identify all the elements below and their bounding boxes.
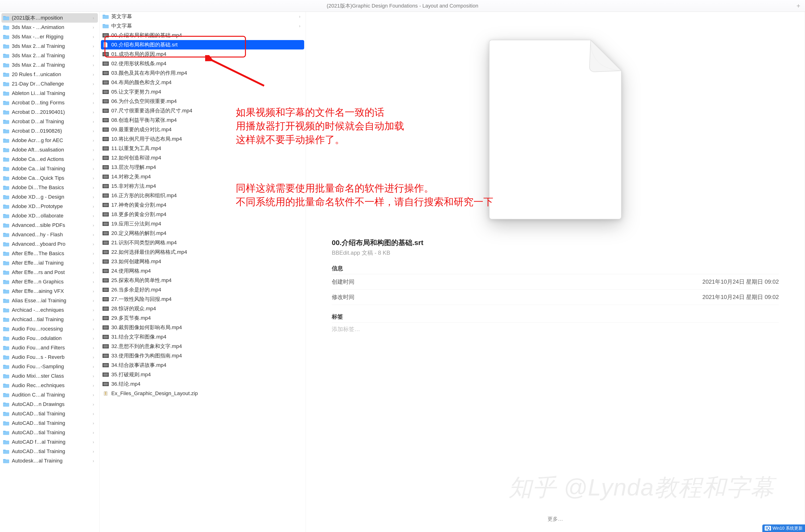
sidebar-folder-item[interactable]: Acrobat D…al Training› bbox=[0, 117, 99, 126]
file-item[interactable]: 03.颜色及其在布局中的作用.mp4 bbox=[99, 68, 306, 78]
file-label: 22.如何选择最佳的网格格式.mp4 bbox=[111, 249, 303, 255]
sidebar-folder-item[interactable]: (2021版本…mposition› bbox=[1, 13, 98, 23]
folder-column-2[interactable]: 英文字幕›中文字幕›00.介绍布局和构图的基础.mp400.介绍布局和构图的基础… bbox=[99, 12, 306, 532]
sidebar-folder-item[interactable]: Acrobat D…0190826)› bbox=[0, 126, 99, 136]
file-item[interactable]: 05.让文字更努力.mp4 bbox=[99, 87, 306, 97]
file-item[interactable]: 15.非对称方法.mp4 bbox=[99, 182, 306, 191]
file-item[interactable]: 18.更多的黄金分割.mp4 bbox=[99, 210, 306, 219]
sidebar-folder-item[interactable]: 3ds Max 2…al Training› bbox=[0, 60, 99, 70]
sidebar-folder-item[interactable]: 3ds Max -…er Rigging› bbox=[0, 32, 99, 41]
file-item[interactable]: 21.识别不同类型的网格.mp4 bbox=[99, 238, 306, 247]
sidebar-folder-item[interactable]: Ableton Li…ial Training› bbox=[0, 89, 99, 98]
sidebar-folder-item[interactable]: Adobe Acr…g for AEC› bbox=[0, 136, 99, 145]
file-item[interactable]: 35.打破规则.mp4 bbox=[99, 370, 306, 379]
sidebar-folder-item[interactable]: Audio Fou…s - Reverb› bbox=[0, 353, 99, 362]
sidebar-folder-item[interactable]: Adobe Ca…Quick Tips› bbox=[0, 173, 99, 183]
sidebar-folder-item[interactable]: Audio Mixi…ster Class› bbox=[0, 371, 99, 381]
sidebar-folder-item[interactable]: Adobe Ca…ed Actions› bbox=[0, 155, 99, 164]
sidebar-folder-item[interactable]: AutoCAD…tial Training› bbox=[0, 428, 99, 437]
file-item[interactable]: 36.结论.mp4 bbox=[99, 379, 306, 389]
file-item[interactable]: 07.尺寸很重要选择合适的尺寸.mp4 bbox=[99, 106, 306, 115]
sidebar-folder-item[interactable]: 20 Rules f…unication› bbox=[0, 70, 99, 79]
subfolder-item[interactable]: 英文字幕› bbox=[99, 12, 306, 21]
sidebar-folder-item[interactable]: Adobe Di…The Basics› bbox=[0, 183, 99, 192]
more-button[interactable]: 更多… bbox=[325, 513, 786, 532]
file-label: 16.正方形的比例和组织.mp4 bbox=[111, 192, 303, 199]
file-item[interactable]: Ex_Files_Graphic_Design_Layout.zip bbox=[99, 389, 306, 398]
file-item[interactable]: 26.当多余是好的.mp4 bbox=[99, 285, 306, 294]
sidebar-folder-item[interactable]: 21-Day Dr…Challenge› bbox=[0, 79, 99, 89]
file-item[interactable]: 28.惊讶的观众.mp4 bbox=[99, 304, 306, 314]
file-item[interactable]: 32.意想不到的意象和文字.mp4 bbox=[99, 342, 306, 351]
tags-add-field[interactable]: 添加标签… bbox=[332, 323, 779, 333]
sidebar-folder-item[interactable]: Alias Esse…ial Training› bbox=[0, 296, 99, 305]
sidebar-folder-item[interactable]: Archicad…tial Training› bbox=[0, 315, 99, 324]
sidebar-folder-item[interactable]: 3ds Max 2…al Training› bbox=[0, 51, 99, 60]
sidebar-folder-item[interactable]: 3ds Max - …Animation› bbox=[0, 23, 99, 32]
new-tab-button[interactable]: + bbox=[794, 2, 803, 10]
file-item[interactable]: 01.成功布局的原因.mp4 bbox=[99, 50, 306, 59]
sidebar-folder-item[interactable]: Adobe Ca…ial Training› bbox=[0, 164, 99, 173]
file-item[interactable]: 10.将比例尺用于动态布局.mp4 bbox=[99, 134, 306, 144]
titlebar: (2021版本)Graphic Design Foundations - Lay… bbox=[0, 0, 805, 12]
file-item[interactable]: 25.探索布局的简单性.mp4 bbox=[99, 276, 306, 285]
subfolder-item[interactable]: 中文字幕› bbox=[99, 21, 306, 31]
file-item[interactable]: 14.对称之美.mp4 bbox=[99, 172, 306, 182]
file-item[interactable]: 20.定义网格的解剖.mp4 bbox=[99, 229, 306, 238]
sidebar-folder-item[interactable]: After Effe…n Graphics› bbox=[0, 277, 99, 286]
sidebar-folder-item[interactable]: AutoCAD…tial Training› bbox=[0, 409, 99, 418]
file-item[interactable]: 11.以重复为工具.mp4 bbox=[99, 144, 306, 153]
file-item[interactable]: 31.结合文字和图像.mp4 bbox=[99, 332, 306, 342]
sidebar-folder-item[interactable]: After Effe…aining VFX› bbox=[0, 286, 99, 296]
file-item[interactable]: 30.裁剪图像如何影响布局.mp4 bbox=[99, 323, 306, 332]
sidebar-folder-item[interactable]: AutoCAD…tial Training› bbox=[0, 447, 99, 456]
folder-column-1[interactable]: (2021版本…mposition›3ds Max - …Animation›3… bbox=[0, 12, 99, 532]
file-item[interactable]: 19.应用三分法则.mp4 bbox=[99, 219, 306, 229]
sidebar-folder-item[interactable]: AutoCAD f…al Training› bbox=[0, 437, 99, 447]
file-item[interactable]: 16.正方形的比例和组织.mp4 bbox=[99, 191, 306, 200]
file-item[interactable]: 02.使用形状和线条.mp4 bbox=[99, 59, 306, 68]
file-item[interactable]: 33.使用图像作为构图指南.mp4 bbox=[99, 351, 306, 360]
file-item[interactable]: 24.使用网格.mp4 bbox=[99, 266, 306, 276]
file-item[interactable]: 17.神奇的黄金分割.mp4 bbox=[99, 200, 306, 210]
sidebar-folder-item[interactable]: Autodesk…al Training› bbox=[0, 456, 99, 466]
sidebar-folder-item[interactable]: Audition C…al Training› bbox=[0, 390, 99, 400]
file-item[interactable]: 27.一致性风险与回报.mp4 bbox=[99, 294, 306, 304]
file-item[interactable]: 22.如何选择最佳的网格格式.mp4 bbox=[99, 247, 306, 257]
sidebar-folder-item[interactable]: Adobe XD…ollaborate› bbox=[0, 211, 99, 221]
file-item[interactable]: 08.创造利益平衡与紧张.mp4 bbox=[99, 115, 306, 125]
video-file-icon bbox=[102, 52, 109, 57]
sidebar-folder-item[interactable]: Audio Fou…rocessing› bbox=[0, 324, 99, 334]
sidebar-folder-item[interactable]: After Effe…The Basics› bbox=[0, 249, 99, 258]
sidebar-folder-item[interactable]: AutoCAD…n Drawings› bbox=[0, 400, 99, 409]
sidebar-folder-item[interactable]: Audio Rec…echniques› bbox=[0, 381, 99, 390]
sidebar-folder-item[interactable]: Advanced…hy - Flash› bbox=[0, 230, 99, 240]
file-item[interactable]: 00.介绍布局和构图的基础.mp4 bbox=[99, 31, 306, 40]
sidebar-folder-item[interactable]: Audio Fou…odulation› bbox=[0, 334, 99, 343]
sidebar-folder-item[interactable]: Audio Fou…-Sampling› bbox=[0, 362, 99, 371]
sidebar-folder-item[interactable]: Adobe XD…g - Design› bbox=[0, 192, 99, 202]
sidebar-folder-item[interactable]: After Effe…rs and Post› bbox=[0, 268, 99, 277]
file-item[interactable]: 13.层次与理解.mp4 bbox=[99, 163, 306, 172]
sidebar-folder-item[interactable]: Adobe Aft…sualisation› bbox=[0, 145, 99, 155]
file-item-selected[interactable]: 00.介绍布局和构图的基础.srt bbox=[101, 40, 304, 50]
sidebar-folder-item[interactable]: Adobe XD…Prototype› bbox=[0, 202, 99, 211]
file-item[interactable]: 34.结合故事讲故事.mp4 bbox=[99, 360, 306, 370]
sidebar-folder-item[interactable]: Archicad -…echniques› bbox=[0, 305, 99, 315]
video-file-icon bbox=[102, 316, 109, 321]
folder-label: Autodesk…al Training bbox=[12, 458, 91, 464]
file-item[interactable]: 12.如何创造和谐.mp4 bbox=[99, 153, 306, 163]
sidebar-folder-item[interactable]: Advanced…sible PDFs› bbox=[0, 221, 99, 230]
file-item[interactable]: 29.多页节奏.mp4 bbox=[99, 314, 306, 323]
file-item[interactable]: 09.最重要的成分对比.mp4 bbox=[99, 125, 306, 134]
sidebar-folder-item[interactable]: Acrobat D…ting Forms› bbox=[0, 98, 99, 108]
sidebar-folder-item[interactable]: AutoCAD…tial Training› bbox=[0, 418, 99, 428]
file-item[interactable]: 23.如何创建网格.mp4 bbox=[99, 257, 306, 266]
sidebar-folder-item[interactable]: Advanced…yboard Pro› bbox=[0, 240, 99, 249]
file-item[interactable]: 04.布局的颜色和含义.mp4 bbox=[99, 78, 306, 87]
sidebar-folder-item[interactable]: Audio Fou…and Filters› bbox=[0, 343, 99, 353]
sidebar-folder-item[interactable]: 3ds Max 2…al Training› bbox=[0, 41, 99, 51]
sidebar-folder-item[interactable]: Acrobat D…20190401)› bbox=[0, 108, 99, 117]
sidebar-folder-item[interactable]: After Effe…ial Training› bbox=[0, 258, 99, 268]
file-item[interactable]: 06.为什么负空间很重要.mp4 bbox=[99, 97, 306, 106]
